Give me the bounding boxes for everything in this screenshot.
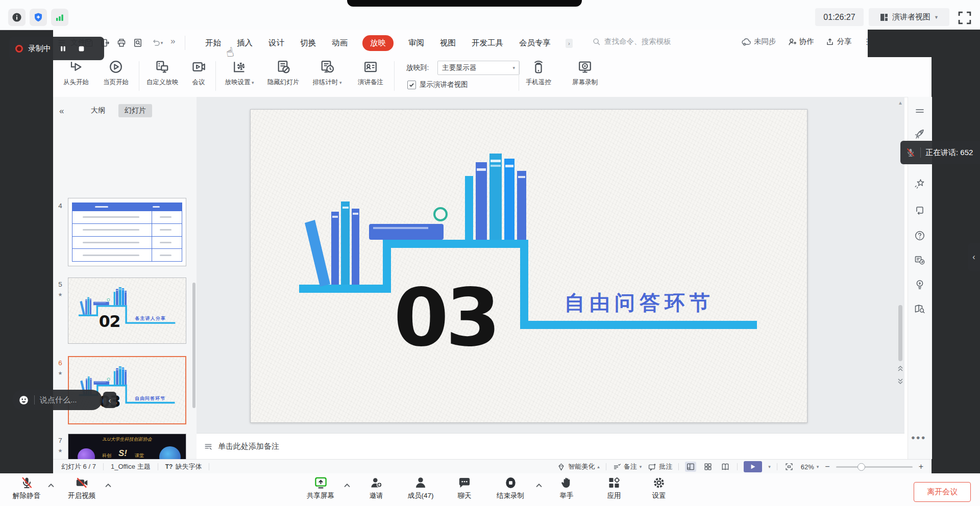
slide-4-thumbnail[interactable] (68, 198, 186, 266)
leave-meeting-button[interactable]: 离开会议 (914, 482, 971, 502)
tab-transition[interactable]: 切换 (299, 35, 317, 51)
play-from-beginning-button[interactable]: 从头开始 (56, 59, 96, 87)
sidebar-effects-button[interactable] (914, 178, 926, 190)
video-options-chevron[interactable] (104, 482, 112, 490)
sidebar-loop-button[interactable] (914, 204, 926, 216)
presenter-view-checkbox[interactable]: 显示演讲者视图 (407, 80, 468, 89)
chat-collapse-handle[interactable]: ‹ (103, 392, 116, 408)
tab-design[interactable]: 设计 (267, 35, 285, 51)
panel-scrollbar[interactable] (192, 283, 195, 408)
tab-outline[interactable]: 大纲 (85, 104, 111, 117)
normal-view-button[interactable] (685, 462, 696, 472)
display-select[interactable]: 主要显示器 ▾ (437, 61, 520, 75)
play-options-chevron[interactable]: ▾ (768, 464, 771, 469)
record-options-chevron[interactable] (535, 482, 543, 490)
slide-5-thumbnail[interactable]: 02 各主讲人分享 (68, 277, 186, 344)
emoji-icon[interactable] (18, 395, 29, 406)
invite-button[interactable]: 邀请 (370, 476, 383, 500)
custom-show-button[interactable]: 自定义放映 (141, 59, 184, 87)
tab-animation[interactable]: 动画 (331, 35, 349, 51)
share-options-chevron[interactable] (343, 482, 351, 490)
tab-slides[interactable]: 幻灯片 (118, 104, 152, 117)
print-preview-button[interactable] (132, 37, 144, 49)
main-scrollbar[interactable] (898, 305, 902, 361)
collapse-panel-button[interactable]: « (59, 106, 64, 116)
sidebar-certificate-button[interactable] (914, 254, 926, 266)
stop-icon (78, 45, 85, 52)
more-tabs-button[interactable]: › (566, 39, 573, 48)
meeting-info-button[interactable] (8, 9, 26, 26)
next-slide-button[interactable] (896, 377, 904, 386)
apps-button[interactable]: 应用 (607, 476, 621, 500)
previous-slide-button[interactable] (896, 364, 904, 372)
raise-hand-button[interactable]: 举手 (560, 476, 574, 500)
members-button[interactable]: 成员(47) (407, 476, 433, 500)
notes-bar[interactable]: 单击此处添加备注 (197, 433, 904, 459)
scroll-up-arrow[interactable]: ▲ (896, 100, 904, 106)
tab-insert[interactable]: 插入 (236, 35, 254, 51)
command-search[interactable]: 查找命令、搜索模板 (592, 37, 671, 46)
meeting-button[interactable]: 会议 (184, 59, 213, 87)
start-video-button[interactable]: 开启视频 (68, 476, 95, 500)
zoom-slider-knob[interactable] (857, 463, 865, 471)
slide-caption[interactable]: 自由问答环节 (565, 291, 715, 314)
meeting-network-button[interactable] (51, 9, 68, 26)
sidebar-more-button[interactable]: ●●● (911, 434, 926, 441)
collaborate-button[interactable]: 协作 (788, 37, 814, 46)
hide-slide-button[interactable]: 隐藏幻灯片 (261, 59, 305, 87)
phone-remote-button[interactable]: 手机遥控 (521, 59, 556, 87)
sidebar-adjust-button[interactable] (914, 105, 926, 117)
share-button[interactable]: 分享 (825, 37, 852, 46)
meeting-panel-handle[interactable]: ‹ (968, 243, 980, 271)
chat-button[interactable]: 聊天 (458, 476, 472, 500)
sidebar-inspiration-button[interactable] (914, 279, 926, 291)
unmute-button[interactable]: 解除静音 (13, 476, 40, 500)
speaking-label: 正在讲话: 652 (925, 148, 973, 158)
quick-chat-input[interactable]: 说点什么... (12, 390, 102, 410)
show-settings-button[interactable]: 放映设置 ▾ (218, 59, 260, 87)
stop-record-button[interactable]: 结束录制 (497, 476, 524, 500)
tab-developer[interactable]: 开发工具 (471, 35, 504, 51)
zoom-in-button[interactable]: + (919, 462, 923, 471)
screen-record-button[interactable]: 屏幕录制 (564, 59, 606, 87)
rehearse-timing-button[interactable]: 排练计时 ▾ (306, 59, 348, 87)
missing-font-indicator[interactable]: T? 缺失字体 (165, 462, 202, 471)
current-slide[interactable]: 03 自由问答环节 (250, 109, 807, 423)
sidebar-rocket-button[interactable] (914, 128, 926, 140)
zoom-level-button[interactable]: 62% ▾ (801, 463, 819, 471)
meeting-security-button[interactable] (30, 9, 47, 26)
view-mode-button[interactable]: 演讲者视图 ▼ (869, 8, 949, 26)
share-screen-button[interactable]: 共享屏幕 (307, 476, 334, 500)
menubar-right-cluster: 未同步 协作 分享 ⋮ ∧ (741, 37, 887, 46)
more-quick-actions-button[interactable]: » (170, 36, 175, 46)
settings-button[interactable]: 设置 (652, 476, 666, 500)
speaker-notes-button[interactable]: 演讲备注 (350, 59, 391, 87)
reading-view-button[interactable] (720, 462, 731, 472)
tab-membership[interactable]: 会员专享 (518, 35, 552, 51)
sidebar-reference-button[interactable] (914, 303, 926, 315)
undo-button[interactable]: ▾ (148, 37, 165, 49)
zoom-out-button[interactable]: − (825, 462, 829, 471)
sync-status-button[interactable]: 未同步 (741, 37, 776, 46)
stop-recording-button[interactable] (75, 42, 88, 55)
slide-sorter-view-button[interactable] (702, 462, 714, 472)
print-button[interactable] (115, 37, 128, 49)
smart-beautify-button[interactable]: 智能美化 ▴ (557, 462, 600, 471)
mute-options-chevron[interactable] (47, 482, 55, 490)
play-slideshow-button[interactable] (744, 461, 762, 472)
zoom-slider[interactable] (836, 466, 913, 468)
button-label: 聊天 (458, 491, 472, 500)
tab-view[interactable]: 视图 (439, 35, 457, 51)
tab-slideshow[interactable]: 放映 (362, 35, 394, 51)
slide-big-number[interactable]: 03 (394, 272, 498, 364)
comments-button[interactable]: 批注 (648, 462, 672, 471)
tab-home[interactable]: 开始 (204, 35, 222, 51)
pause-recording-button[interactable] (56, 42, 69, 55)
tab-review[interactable]: 审阅 (407, 35, 425, 51)
fullscreen-button[interactable] (957, 10, 972, 26)
fit-window-button[interactable] (783, 462, 795, 472)
notes-toggle-button[interactable]: 备注 ▾ (612, 462, 642, 471)
theme-name[interactable]: 1_Office 主题 (111, 462, 151, 471)
sidebar-help-button[interactable] (914, 230, 926, 242)
play-from-current-button[interactable]: 当页开始 (96, 59, 136, 87)
